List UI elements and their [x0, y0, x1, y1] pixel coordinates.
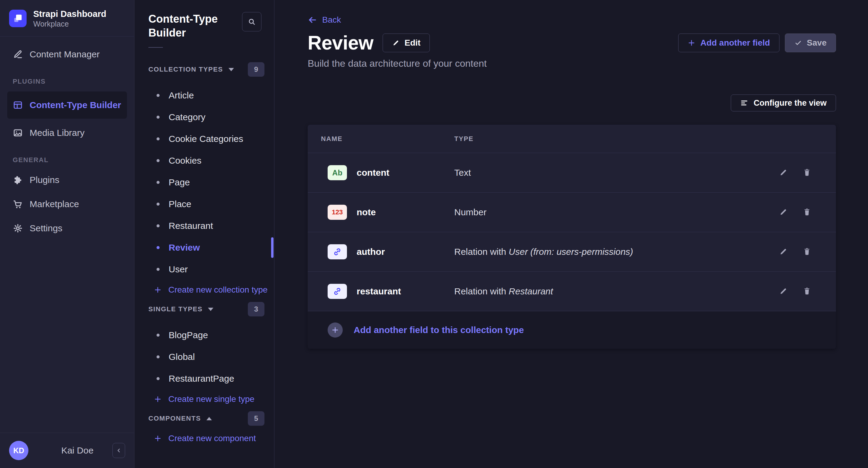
sidebar-item-plugins[interactable]: Plugins [7, 170, 127, 190]
create-new-single-type-link[interactable]: Create new single type [134, 390, 274, 409]
edit-field-button[interactable] [779, 287, 788, 296]
trash-icon [802, 287, 811, 296]
collection-type-label: Category [168, 112, 206, 122]
collection-types-count-badge: 9 [248, 62, 265, 77]
bullet-icon [157, 94, 160, 97]
collection-types-section-header[interactable]: COLLECTION TYPES 9 [134, 62, 274, 77]
single-type-item[interactable]: BlogPage [134, 324, 274, 346]
single-type-label: RestaurantPage [168, 373, 234, 384]
create-new-collection-type-link[interactable]: Create new collection type [134, 280, 274, 300]
bullet-icon [157, 181, 160, 184]
edit-field-button[interactable] [779, 247, 788, 257]
bullet-icon [157, 224, 160, 227]
field-type: Relation with User (from: users-permissi… [454, 247, 775, 257]
puzzle-icon [13, 175, 23, 185]
delete-field-button[interactable] [802, 168, 812, 177]
collection-type-item[interactable]: Category [134, 106, 274, 128]
avatar: KD [9, 441, 28, 460]
collection-type-item[interactable]: Cookie Categories [134, 128, 274, 150]
table-row: author Relation with User (from: users-p… [308, 232, 836, 271]
bullet-icon [157, 159, 160, 162]
single-type-item[interactable]: Global [134, 346, 274, 368]
field-type: Relation with Restaurant [454, 286, 775, 297]
sidebar-item-settings[interactable]: Settings [7, 218, 127, 238]
workspace-titles: Strapi Dashboard Workplace [33, 8, 106, 28]
configure-the-view-button[interactable]: Configure the view [731, 95, 836, 111]
collection-type-item[interactable]: Cookies [134, 150, 274, 171]
pen-writing-icon [13, 49, 23, 60]
collection-type-item-review-active[interactable]: Review [134, 237, 274, 259]
page-header: Review Edit Add another field Save [308, 31, 836, 55]
create-link-label: Create new collection type [168, 285, 268, 295]
collection-type-label: Cookies [168, 156, 201, 166]
plugins-section-label: PLUGINS [13, 77, 127, 86]
relation-field-badge [328, 244, 347, 259]
edit-button[interactable]: Edit [383, 34, 430, 52]
collapse-sidebar-button[interactable] [113, 443, 125, 458]
main-content: Back Review Edit Add another field Save [274, 0, 868, 468]
caret-up-icon [207, 417, 212, 420]
add-another-field-button[interactable]: Add another field [678, 34, 779, 52]
relation-field-badge [328, 284, 347, 299]
single-types-section-header[interactable]: SINGLE TYPES 3 [134, 302, 274, 316]
sidebar-item-label: Marketplace [30, 199, 79, 209]
sidebar-item-media-library[interactable]: Media Library [7, 123, 127, 143]
collection-type-item[interactable]: Article [134, 85, 274, 106]
caret-down-icon [208, 308, 213, 311]
delete-field-button[interactable] [802, 287, 812, 296]
user-name: Kai Doe [42, 445, 113, 456]
create-new-component-link[interactable]: Create new component [134, 429, 274, 448]
strapi-logo-icon [9, 10, 27, 27]
collection-type-item[interactable]: User [134, 259, 274, 280]
collection-type-item[interactable]: Place [134, 193, 274, 215]
pencil-icon [392, 39, 400, 47]
collection-type-label: Review [168, 242, 200, 253]
user-area: KD Kai Doe [0, 433, 134, 468]
main-nav: Content Manager PLUGINS Content-Type Bui… [0, 37, 134, 433]
image-icon [13, 128, 23, 138]
header-actions: Add another field Save [678, 34, 836, 52]
field-type: Number [454, 207, 775, 218]
collection-type-label: Article [168, 90, 194, 101]
single-types-count-badge: 3 [248, 302, 265, 316]
delete-field-button[interactable] [802, 247, 812, 257]
sidebar-item-label: Media Library [30, 128, 85, 138]
add-field-to-collection-button[interactable]: Add another field to this collection typ… [308, 311, 836, 349]
save-button[interactable]: Save [785, 34, 836, 52]
add-field-button-label: Add another field [700, 38, 770, 48]
back-label: Back [322, 15, 341, 25]
field-name: content [356, 168, 389, 178]
edit-field-button[interactable] [779, 168, 788, 177]
fields-table-card: NAME TYPE Ab content Text 123 [308, 125, 836, 349]
collection-types-list: Article Category Cookie Categories Cooki… [134, 85, 274, 280]
arrow-left-icon [308, 15, 317, 25]
bullet-icon [157, 334, 160, 337]
main-sidebar: Strapi Dashboard Workplace Content Manag… [0, 0, 134, 468]
gear-icon [13, 223, 23, 233]
collection-type-label: User [168, 264, 188, 274]
caret-down-icon [228, 68, 234, 71]
field-type: Text [454, 168, 775, 178]
single-type-item[interactable]: RestaurantPage [134, 368, 274, 390]
sidebar-item-marketplace[interactable]: Marketplace [7, 194, 127, 214]
delete-field-button[interactable] [802, 207, 812, 217]
trash-icon [802, 168, 811, 177]
search-button[interactable] [242, 12, 261, 31]
check-icon [794, 39, 802, 47]
field-name: author [356, 247, 385, 257]
sidebar-item-content-type-builder[interactable]: Content-Type Builder [7, 92, 127, 119]
edit-field-button[interactable] [779, 207, 788, 217]
create-link-label: Create new single type [168, 394, 254, 404]
plus-icon [154, 395, 162, 403]
cart-icon [13, 199, 23, 209]
sidebar-item-content-manager[interactable]: Content Manager [7, 44, 127, 64]
content-type-builder-subnav: Content-Type Builder COLLECTION TYPES 9 … [134, 0, 274, 468]
collection-type-item[interactable]: Page [134, 171, 274, 193]
components-count-badge: 5 [248, 411, 265, 426]
back-link[interactable]: Back [308, 14, 341, 25]
components-section-header[interactable]: COMPONENTS 5 [134, 411, 274, 426]
collection-type-label: Restaurant [168, 221, 213, 231]
collection-type-label: Place [168, 199, 191, 209]
table-row: Ab content Text [308, 153, 836, 192]
collection-type-item[interactable]: Restaurant [134, 215, 274, 237]
